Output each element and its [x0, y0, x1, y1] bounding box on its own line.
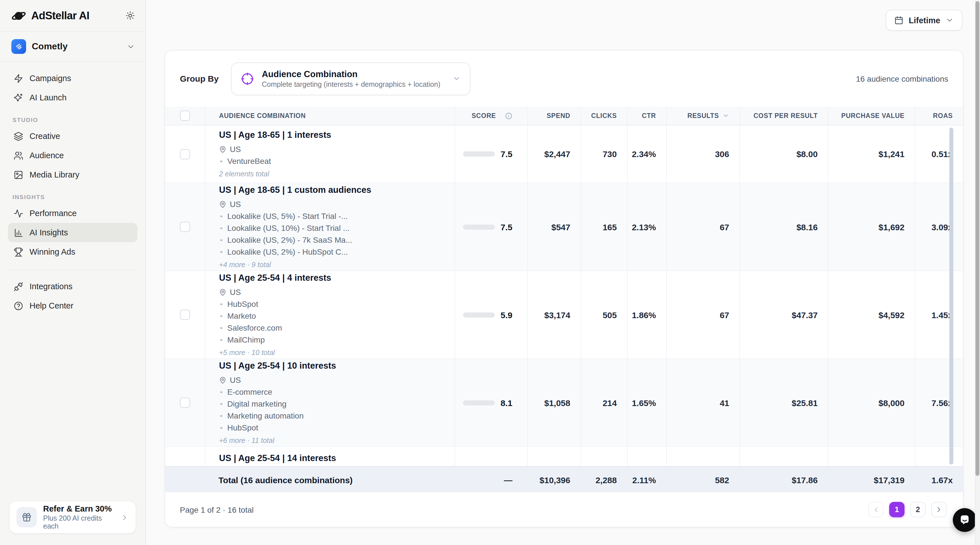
roas-cell: 3.09x	[915, 183, 963, 270]
audience-element: Lookalike (US, 2%) - 7k SaaS Ma...	[219, 235, 352, 245]
row-checkbox[interactable]	[180, 149, 190, 159]
audience-element: E-commerce	[219, 387, 272, 397]
window-scrollbar[interactable]	[975, 0, 980, 545]
refer-text: Refer & Earn 30% Plus 200 AI credits eac…	[43, 504, 114, 530]
spend-cell: $3,174	[527, 271, 581, 358]
sidebar-item-label: AI Launch	[30, 93, 67, 102]
clicks-cell: 730	[581, 126, 627, 183]
sidebar-item-ai-insights[interactable]: AI Insights	[8, 223, 137, 242]
sidebar-item-campaigns[interactable]: Campaigns	[8, 68, 137, 88]
sidebar-item-label: Creative	[30, 132, 60, 141]
table-row[interactable]: US | Age 18-65 | 1 interests US VentureB…	[165, 126, 963, 183]
score-cell: 7.5	[455, 126, 527, 183]
audience-element: VentureBeat	[219, 157, 271, 166]
total-cost-per-result: $17.86	[740, 467, 828, 493]
sidebar-item-label: Winning Ads	[30, 247, 75, 256]
col-header-cost-per-result[interactable]: COST PER RESULT	[740, 106, 828, 125]
table-row[interactable]: US | Age 25-54 | 10 interests US E-comme…	[165, 359, 963, 447]
chevron-left-icon	[872, 505, 880, 513]
audience-element: Lookalike (US, 2%) - HubSpot C...	[219, 247, 348, 257]
total-label: Total (16 audience combinations)	[205, 467, 455, 493]
insights-card: Group By Audience Combination Complete t…	[165, 50, 964, 528]
results-cell: 67	[666, 271, 740, 358]
score-cell: 5.9	[455, 271, 527, 358]
table-row[interactable]: US | Age 25-54 | 4 interests US HubSpotM…	[165, 271, 963, 359]
row-checkbox[interactable]	[180, 397, 190, 408]
audience-element: Lookalike (US, 5%) - Start Trial -...	[219, 211, 348, 221]
sidebar-item-label: Integrations	[30, 282, 73, 291]
window-scrollbar-thumb[interactable]	[975, 1, 980, 476]
sidebar-item-label: Campaigns	[30, 74, 71, 83]
sidebar-item-creative[interactable]: Creative	[8, 127, 137, 146]
theme-toggle-sun-icon[interactable]	[126, 11, 135, 21]
sidebar-item-winning-ads[interactable]: Winning Ads	[8, 242, 137, 261]
date-range-button[interactable]: Lifetime	[886, 10, 963, 31]
prev-page-button[interactable]	[868, 502, 883, 517]
col-header-results[interactable]: RESULTS	[666, 106, 740, 125]
row-checkbox[interactable]	[180, 310, 190, 320]
results-cell: 41	[666, 359, 740, 446]
col-header-score[interactable]: SCORE	[455, 106, 527, 125]
col-header-purchase-value[interactable]: PURCHASE VALUE	[828, 106, 915, 125]
table-row[interactable]: US | Age 25-54 | 14 interests	[165, 447, 963, 466]
workspace-switcher[interactable]: Cometly	[0, 32, 145, 62]
purchase-value-cell: $1,692	[828, 183, 915, 270]
audience-location: US	[219, 200, 241, 209]
ctr-cell: 2.13%	[627, 183, 666, 270]
sidebar-item-help-center[interactable]: Help Center	[8, 296, 137, 315]
sidebar-item-label: Audience	[30, 151, 64, 160]
chevron-right-icon	[935, 505, 943, 514]
audience-footer: 2 elements total	[219, 170, 269, 179]
page-button-1[interactable]: 1	[889, 502, 905, 517]
ctr-cell: 2.34%	[627, 126, 666, 183]
col-header-roas[interactable]: ROAS	[915, 106, 963, 125]
page-button-2[interactable]: 2	[910, 502, 926, 517]
table-header: AUDIENCE COMBINATION SCORE SPEND CLICKS …	[165, 106, 963, 126]
col-header-clicks[interactable]: CLICKS	[581, 106, 627, 125]
results-cell: 67	[666, 183, 740, 270]
total-spend: $10,396	[527, 467, 581, 493]
col-header-audience-combination[interactable]: AUDIENCE COMBINATION	[205, 106, 455, 125]
info-icon[interactable]	[505, 112, 512, 119]
table-scrollbar[interactable]	[949, 128, 953, 464]
audience-element: Marketo	[219, 311, 256, 321]
purchase-value-cell: $4,592	[828, 271, 915, 358]
row-checkbox[interactable]	[180, 222, 190, 232]
score-bar	[463, 400, 495, 405]
pagination-bar: Page 1 of 2 · 16 total 12	[165, 492, 963, 527]
zap-icon	[14, 73, 23, 83]
workspace-name: Cometly	[32, 41, 121, 52]
total-clicks: 2,288	[581, 467, 627, 493]
audience-title: US | Age 25-54 | 14 interests	[219, 453, 336, 464]
clicks-cell: 214	[581, 359, 627, 446]
sidebar-item-performance[interactable]: Performance	[8, 203, 137, 223]
score-bar	[463, 312, 495, 317]
sidebar-item-audience[interactable]: Audience	[8, 146, 137, 165]
chat-launcher-button[interactable]	[953, 508, 977, 532]
cost-per-result-cell: $8.00	[740, 126, 828, 183]
sidebar-item-label: AI Insights	[30, 228, 68, 237]
next-page-button[interactable]	[931, 502, 947, 517]
results-cell: 306	[666, 126, 740, 183]
group-by-dropdown[interactable]: Audience Combination Complete targeting …	[231, 62, 471, 95]
map-pin-icon	[219, 146, 226, 153]
calendar-icon	[895, 16, 904, 25]
col-header-ctr[interactable]: CTR	[627, 106, 666, 125]
table-row[interactable]: US | Age 18-65 | 1 custom audiences US L…	[165, 183, 963, 271]
chevron-right-icon	[120, 513, 129, 521]
chat-bubble-icon	[958, 514, 971, 526]
col-header-spend[interactable]: SPEND	[527, 106, 581, 125]
audience-element: Digital marketing	[219, 399, 286, 409]
app-root: AdStellar AI Cometly Campaigns AI Launch…	[0, 0, 980, 545]
pagination-summary: Page 1 of 2 · 16 total	[180, 505, 254, 514]
refer-earn-card[interactable]: Refer & Earn 30% Plus 200 AI credits eac…	[9, 501, 136, 534]
spend-cell: $2,447	[527, 126, 581, 183]
select-all-checkbox[interactable]	[180, 111, 190, 121]
sidebar-item-media-library[interactable]: Media Library	[8, 165, 137, 184]
audience-title: US | Age 25-54 | 4 interests	[219, 272, 331, 284]
sidebar: AdStellar AI Cometly Campaigns AI Launch…	[0, 0, 146, 545]
sidebar-item-ai-launch[interactable]: AI Launch	[8, 88, 137, 107]
audience-element: HubSpot	[219, 423, 258, 433]
sidebar-item-integrations[interactable]: Integrations	[8, 277, 137, 296]
total-purchase-value: $17,319	[828, 467, 915, 493]
